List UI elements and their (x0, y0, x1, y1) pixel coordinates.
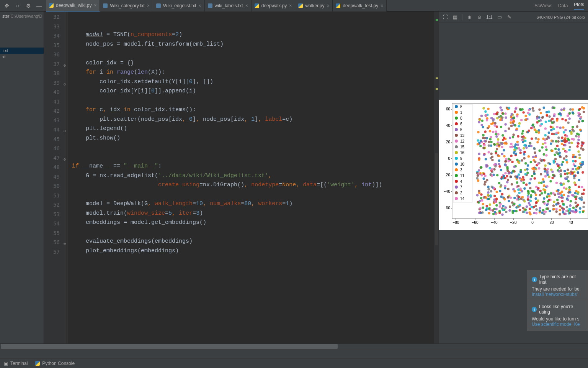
svg-point-900 (573, 174, 575, 177)
svg-point-270 (568, 141, 570, 144)
editor-tab[interactable]: walker.py× (295, 0, 333, 12)
collapse-icon[interactable]: ↔ (15, 3, 21, 9)
target-icon[interactable]: ✥ (4, 3, 10, 9)
svg-point-826 (507, 160, 510, 162)
svg-point-353 (562, 161, 564, 163)
svg-point-897 (524, 162, 527, 164)
svg-point-147 (495, 204, 498, 206)
svg-point-361 (503, 149, 505, 151)
fold-icon[interactable]: ⊖ (61, 127, 66, 131)
close-icon[interactable]: × (199, 3, 201, 8)
editor-tab[interactable]: wiki_labels.txt× (205, 0, 252, 12)
svg-point-458 (581, 145, 583, 147)
editor-scrollbar[interactable] (434, 12, 439, 343)
python-icon (35, 361, 40, 366)
close-icon[interactable]: × (94, 3, 96, 8)
svg-point-499 (580, 116, 582, 118)
svg-point-57 (455, 180, 458, 183)
horizontal-scrollbar[interactable] (0, 343, 588, 349)
project-file[interactable]: xt (0, 54, 44, 60)
svg-point-938 (530, 161, 532, 163)
fold-icon[interactable]: ⊖ (61, 61, 66, 66)
svg-text:−40: −40 (444, 189, 450, 194)
svg-point-332 (578, 179, 580, 181)
svg-point-819 (522, 210, 524, 213)
svg-text:−60: −60 (444, 206, 450, 210)
svg-point-778 (479, 207, 482, 209)
grid-icon[interactable]: ▦ (452, 14, 458, 20)
fullscreen-icon[interactable]: ⛶ (442, 14, 448, 20)
svg-point-240 (521, 159, 523, 161)
svg-point-574 (493, 113, 495, 115)
svg-point-183 (552, 204, 555, 207)
close-icon[interactable]: × (381, 3, 383, 8)
svg-point-311 (485, 114, 487, 117)
svg-point-49 (455, 157, 458, 160)
notification-link[interactable]: Use scientific mode (532, 322, 572, 327)
svg-point-794 (480, 124, 483, 126)
svg-point-544 (529, 142, 531, 145)
notification-link[interactable]: Install 'networkx-stubs' (532, 292, 583, 297)
editor-tab[interactable]: Wiki_edgelist.txt× (153, 0, 205, 12)
svg-point-292 (568, 149, 570, 151)
sciview-plots-tab[interactable]: Plots (574, 2, 584, 10)
python-console-tool-window[interactable]: Python Console (35, 361, 75, 366)
svg-point-762 (569, 191, 571, 193)
close-icon[interactable]: × (147, 3, 150, 8)
editor-tab[interactable]: deepwalk_wiki.py× (46, 0, 100, 12)
svg-point-348 (504, 187, 506, 189)
svg-point-561 (493, 195, 496, 197)
project-file-selected[interactable]: .txt (0, 48, 44, 54)
svg-point-195 (500, 169, 502, 171)
svg-point-710 (559, 156, 562, 158)
fold-icon[interactable]: ⊖ (61, 155, 66, 159)
line-number: 35 (44, 41, 67, 50)
svg-point-914 (486, 119, 488, 121)
svg-point-820 (522, 130, 524, 132)
svg-point-885 (523, 144, 526, 146)
fold-icon[interactable]: ⊖ (61, 239, 66, 244)
close-icon[interactable]: × (289, 3, 292, 8)
code-area[interactable]: model = TSNE(n_components=2) node_pos = … (67, 12, 439, 343)
svg-point-813 (517, 143, 519, 146)
info-icon: i (532, 277, 537, 282)
svg-point-720 (529, 200, 532, 202)
svg-point-659 (559, 213, 561, 215)
svg-point-386 (556, 126, 559, 128)
fold-icon[interactable]: ⊖ (61, 80, 66, 84)
project-path: C:\Users\wang\D (10, 14, 42, 18)
svg-point-184 (478, 121, 480, 123)
svg-point-217 (525, 183, 528, 186)
editor-tab[interactable]: Wiki_category.txt× (100, 0, 153, 12)
svg-point-114 (563, 131, 565, 133)
zoom-out-icon[interactable]: ⊖ (476, 14, 482, 20)
svg-point-387 (482, 206, 484, 209)
svg-point-399 (572, 207, 575, 209)
sciview-data-tab[interactable]: Data (558, 3, 568, 8)
svg-point-531 (495, 208, 497, 210)
close-icon[interactable]: × (245, 3, 248, 8)
svg-point-98 (565, 159, 567, 161)
svg-point-170 (482, 177, 485, 180)
notification-link[interactable]: Ke (574, 322, 580, 327)
color-picker-icon[interactable]: ✎ (506, 14, 513, 20)
editor-tab[interactable]: deepwalk.py× (252, 0, 296, 12)
svg-point-505 (480, 115, 483, 117)
zoom-ratio[interactable]: 1:1 (486, 15, 493, 20)
svg-point-604 (555, 182, 558, 184)
tool-window-bar: ▣ Terminal Python Console (0, 358, 588, 368)
fit-icon[interactable]: ▭ (497, 14, 503, 20)
svg-point-69 (555, 208, 557, 210)
editor-tab[interactable]: deepwalk_test.py× (333, 0, 387, 12)
main-row: ster C:\Users\wang\D .txt xt 32333435363… (0, 12, 588, 343)
hide-icon[interactable]: — (36, 3, 42, 9)
close-icon[interactable]: × (327, 3, 329, 8)
svg-point-744 (514, 110, 516, 113)
svg-point-171 (569, 204, 572, 207)
svg-point-423 (539, 207, 541, 209)
gear-icon[interactable]: ⚙ (25, 3, 31, 9)
terminal-tool-window[interactable]: ▣ Terminal (4, 361, 28, 366)
line-number: 36 (44, 50, 67, 59)
zoom-in-icon[interactable]: ⊕ (466, 14, 472, 20)
svg-point-497 (503, 198, 506, 200)
